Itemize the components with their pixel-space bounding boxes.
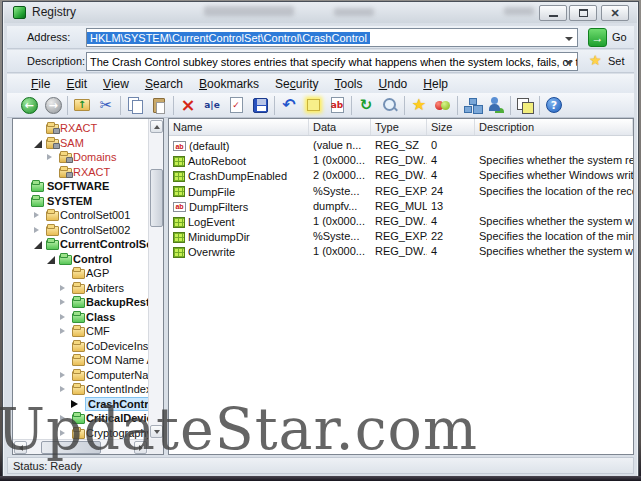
table-row-minidumpdir[interactable]: MinidumpDir%Syste...REG_EXP...22Specifie…: [169, 229, 633, 244]
table-row-crashdumpenabled[interactable]: CrashDumpEnabled2 (0x000...REG_DW...4Spe…: [169, 168, 633, 183]
description-combobox[interactable]: The Crash Control subkey stores entries …: [86, 52, 578, 71]
column-header-name[interactable]: Name: [169, 119, 309, 135]
permissions-button[interactable]: [484, 94, 508, 117]
cut-button[interactable]: ✂: [94, 94, 118, 117]
menu-item-file[interactable]: File: [23, 76, 58, 92]
minimize-button[interactable]: [539, 5, 567, 21]
set-label[interactable]: Set: [608, 55, 625, 67]
menu-item-security[interactable]: Security: [267, 76, 326, 92]
scrollbar-thumb[interactable]: [150, 169, 163, 227]
table-row-dumpfilters[interactable]: abDumpFiltersdumpfv...REG_MUL...13: [169, 199, 633, 214]
back-button[interactable]: ←: [17, 94, 41, 117]
menu-item-edit[interactable]: Edit: [58, 76, 95, 92]
menu-item-undo[interactable]: Undo: [371, 76, 416, 92]
delete-button[interactable]: ×: [176, 94, 200, 117]
apply-button[interactable]: ✓: [224, 94, 248, 117]
tree-vertical-scrollbar[interactable]: [148, 119, 163, 439]
close-button[interactable]: ✕: [601, 5, 629, 21]
go-label[interactable]: Go: [612, 31, 627, 43]
chevron-right-icon[interactable]: [60, 430, 65, 436]
tree-item-criticaldevice[interactable]: CriticalDevice: [13, 411, 148, 425]
column-header-data[interactable]: Data: [309, 119, 371, 135]
tree-item-class[interactable]: Class: [13, 310, 148, 324]
chevron-right-icon[interactable]: [60, 314, 65, 320]
column-header-type[interactable]: Type: [371, 119, 427, 135]
favorites-button[interactable]: ★: [407, 94, 431, 117]
address-combobox[interactable]: HKLM\SYSTEM\CurrentControlSet\Control\Cr…: [86, 28, 578, 47]
description-value[interactable]: The Crash Control subkey stores entries …: [87, 56, 578, 68]
menu-item-view[interactable]: View: [95, 76, 137, 92]
export-ab-button[interactable]: ab: [325, 94, 349, 117]
forward-button[interactable]: →: [41, 94, 65, 117]
address-value[interactable]: HKLM\SYSTEM\CurrentControlSet\Control\Cr…: [87, 32, 370, 44]
chevron-right-icon[interactable]: [60, 328, 65, 334]
column-header-size[interactable]: Size: [427, 119, 475, 135]
tree-item-computernam[interactable]: ComputerNam: [13, 368, 148, 382]
compare-button[interactable]: [431, 94, 455, 117]
tree-item-domains[interactable]: Domains: [13, 150, 148, 164]
tree-item-cmf[interactable]: CMF: [13, 324, 148, 338]
tree-item-control[interactable]: Control: [13, 252, 148, 266]
rename-button[interactable]: a|e: [200, 94, 224, 117]
chevron-right-icon[interactable]: [47, 154, 52, 160]
chevron-down-icon[interactable]: [565, 37, 573, 41]
undo-button[interactable]: ↶: [277, 94, 301, 117]
maximize-button[interactable]: [569, 5, 597, 21]
menu-item-tools[interactable]: Tools: [326, 76, 370, 92]
chevron-right-icon[interactable]: [60, 386, 65, 392]
tree-horizontal-scrollbar[interactable]: [13, 439, 148, 454]
column-header-description[interactable]: Description: [475, 119, 633, 135]
tree-item-rxact[interactable]: RXACT: [13, 165, 148, 179]
tree-item-controlset001[interactable]: ControlSet001: [13, 208, 148, 222]
find-button[interactable]: [378, 94, 402, 117]
chevron-right-icon[interactable]: [60, 285, 65, 291]
tree-item-rxact[interactable]: RXACT: [13, 121, 148, 135]
tree-item-contentindex[interactable]: ContentIndex: [13, 382, 148, 396]
tree-item-currentcontrolset[interactable]: CurrentControlSet: [13, 237, 148, 251]
scroll-down-button[interactable]: [150, 425, 163, 438]
tree-item-cryptography[interactable]: Cryptography: [13, 426, 148, 440]
highlight-button[interactable]: [301, 94, 325, 117]
tree-item-codeviceinstal[interactable]: CoDeviceInstal: [13, 339, 148, 353]
scroll-right-button[interactable]: [134, 441, 147, 454]
tree-item-agp[interactable]: AGP: [13, 266, 148, 280]
paste-button[interactable]: [147, 94, 171, 117]
chevron-expanded-icon[interactable]: [34, 241, 42, 249]
table-row--default-[interactable]: ab(default)(value n...REG_SZ0: [169, 138, 633, 153]
menu-item-bookmarks[interactable]: Bookmarks: [191, 76, 267, 92]
up-folder-button[interactable]: ↑: [70, 94, 94, 117]
tree-item-crashcontrol[interactable]: CrashControl: [13, 397, 148, 411]
menu-item-help[interactable]: Help: [415, 76, 456, 92]
title-bar[interactable]: Registry ✕: [4, 2, 637, 23]
tree-item-system[interactable]: SYSTEM: [13, 194, 148, 208]
menu-item-search[interactable]: Search: [137, 76, 191, 92]
tree-item-controlset002[interactable]: ControlSet002: [13, 223, 148, 237]
star-icon[interactable]: ★: [589, 52, 602, 68]
tree-item-com-name-ar[interactable]: COM Name Ar: [13, 353, 148, 367]
table-row-autoreboot[interactable]: AutoReboot1 (0x000...REG_DW...4Specifies…: [169, 153, 633, 168]
table-row-overwrite[interactable]: Overwrite1 (0x000...REG_DW...4Specifies …: [169, 244, 633, 259]
chevron-expanded-icon[interactable]: [34, 140, 42, 148]
refresh-button[interactable]: ↻: [354, 94, 378, 117]
chevron-right-icon[interactable]: [60, 415, 65, 421]
chevron-right-icon[interactable]: [34, 212, 39, 218]
chevron-down-icon[interactable]: [565, 61, 573, 65]
save-button[interactable]: [248, 94, 272, 117]
chevron-expanded-icon[interactable]: [47, 256, 55, 264]
table-row-logevent[interactable]: LogEvent1 (0x000...REG_DW...4Specifies w…: [169, 214, 633, 229]
tree-item-software[interactable]: SOFTWARE: [13, 179, 148, 193]
scroll-left-button[interactable]: [14, 441, 27, 454]
chevron-right-icon[interactable]: [34, 227, 39, 233]
table-row-dumpfile[interactable]: DumpFile%Syste...REG_EXP...24Specifies t…: [169, 184, 633, 199]
go-button[interactable]: →: [588, 28, 607, 47]
tree-item-sam[interactable]: SAM: [13, 136, 148, 150]
scroll-up-button[interactable]: [150, 120, 163, 133]
copy-button[interactable]: [123, 94, 147, 117]
help-button[interactable]: ?: [542, 94, 566, 117]
network-button[interactable]: [460, 94, 484, 117]
windows-button[interactable]: [513, 94, 537, 117]
chevron-right-icon[interactable]: [60, 299, 65, 305]
scrollbar-thumb[interactable]: [41, 441, 101, 454]
tree-item-arbiters[interactable]: Arbiters: [13, 281, 148, 295]
chevron-right-icon[interactable]: [60, 372, 65, 378]
